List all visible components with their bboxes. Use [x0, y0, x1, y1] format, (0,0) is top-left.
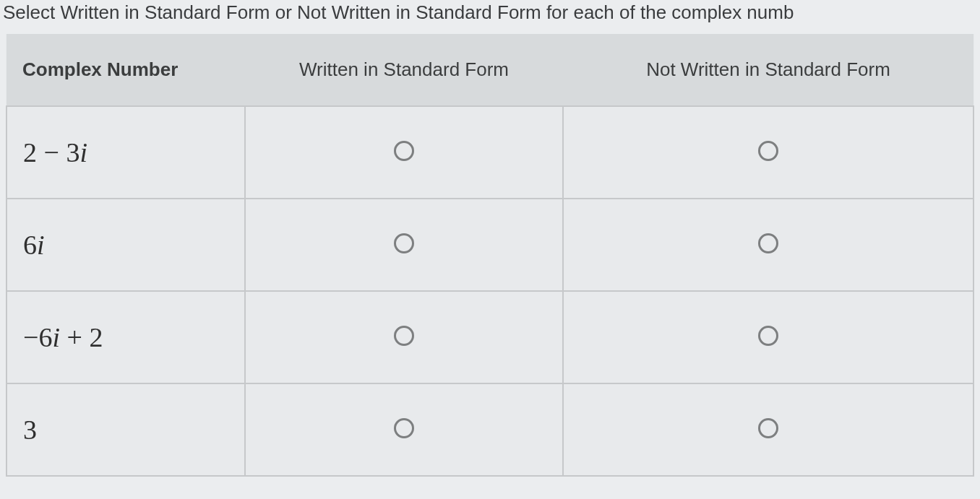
radio-not-written-standard[interactable]	[758, 233, 778, 253]
header-complex-number: Complex Number	[7, 34, 245, 106]
expression-cell: 6i	[7, 199, 245, 291]
expression-cell: 2 − 3i	[7, 106, 245, 199]
table-row: −6i + 2	[7, 291, 973, 383]
table-row: 2 − 3i	[7, 106, 973, 199]
header-not-written-standard: Not Written in Standard Form	[563, 34, 973, 106]
radio-not-written-standard[interactable]	[758, 141, 778, 161]
header-written-standard: Written in Standard Form	[245, 34, 563, 106]
radio-written-standard[interactable]	[394, 141, 414, 161]
radio-not-written-standard[interactable]	[758, 326, 778, 346]
table-row: 6i	[7, 199, 973, 291]
expression-cell: 3	[7, 383, 245, 476]
question-instruction: Select Written in Standard Form or Not W…	[0, 0, 980, 34]
expression-cell: −6i + 2	[7, 291, 245, 383]
complex-number-table: Complex Number Written in Standard Form …	[6, 34, 974, 477]
radio-written-standard[interactable]	[394, 418, 414, 438]
table-body: 2 − 3i 6i −6i + 2 3	[7, 106, 973, 476]
radio-written-standard[interactable]	[394, 233, 414, 253]
table-row: 3	[7, 383, 973, 476]
radio-not-written-standard[interactable]	[758, 418, 778, 438]
radio-written-standard[interactable]	[394, 326, 414, 346]
